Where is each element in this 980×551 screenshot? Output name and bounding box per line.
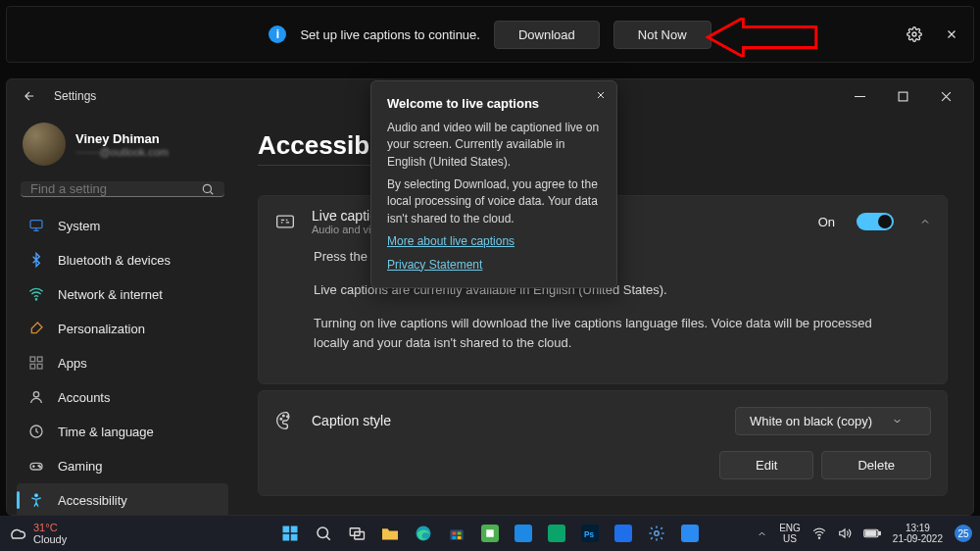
- chevron-up-icon[interactable]: [919, 216, 931, 227]
- volume-tray-icon[interactable]: [838, 526, 852, 540]
- svg-point-13: [39, 467, 40, 468]
- caption-style-card: Caption style White on black (copy) Edit…: [258, 390, 948, 496]
- wifi-tray-icon[interactable]: [812, 526, 826, 540]
- gamepad-icon: [28, 458, 44, 474]
- app-icon-2[interactable]: [543, 520, 570, 547]
- more-about-link[interactable]: More about live captions: [387, 233, 601, 250]
- svg-rect-3: [30, 221, 42, 228]
- settings-gear-icon[interactable]: [903, 23, 926, 46]
- svg-rect-34: [514, 525, 532, 542]
- user-email: ········@outlook.com: [75, 146, 169, 158]
- start-button[interactable]: [276, 520, 304, 547]
- sidebar-item-gamepad[interactable]: Gaming: [17, 449, 228, 482]
- photoshop-icon[interactable]: Ps: [576, 520, 604, 547]
- svg-rect-21: [291, 526, 298, 533]
- sidebar-item-system[interactable]: System: [17, 209, 228, 242]
- not-now-button[interactable]: Not Now: [613, 21, 711, 49]
- app-icon-3[interactable]: [610, 520, 637, 547]
- live-captions-toggle[interactable]: [857, 213, 894, 230]
- taskbar-center: Ps: [276, 520, 704, 547]
- taskbar-search-icon[interactable]: [310, 520, 337, 547]
- palette-icon: [274, 410, 296, 431]
- task-view-icon[interactable]: [343, 520, 370, 547]
- svg-rect-20: [283, 526, 290, 533]
- window-title: Settings: [54, 89, 96, 103]
- sidebar-item-label: Gaming: [58, 459, 103, 474]
- svg-rect-35: [548, 525, 565, 542]
- svg-rect-38: [614, 525, 632, 542]
- sidebar-item-bluetooth[interactable]: Bluetooth & devices: [17, 243, 228, 276]
- caption-style-select[interactable]: White on black (copy): [735, 407, 931, 435]
- back-button[interactable]: [23, 89, 36, 103]
- chevron-down-icon: [892, 416, 903, 426]
- svg-rect-44: [865, 531, 876, 536]
- download-button[interactable]: Download: [494, 21, 600, 49]
- app-icon-1[interactable]: [510, 520, 537, 547]
- wifi-icon: [28, 286, 44, 302]
- sidebar-item-globe-clock[interactable]: Time & language: [17, 415, 228, 448]
- notification-badge[interactable]: 25: [955, 525, 972, 542]
- svg-rect-22: [283, 534, 290, 541]
- weather-widget[interactable]: 31°C Cloudy: [8, 522, 67, 545]
- svg-rect-6: [37, 357, 42, 362]
- svg-rect-23: [291, 534, 298, 541]
- sidebar-item-accessibility[interactable]: Accessibility: [17, 483, 228, 515]
- sidebar-item-label: Accessibility: [58, 493, 127, 508]
- delete-button[interactable]: Delete: [821, 451, 931, 479]
- captions-icon: [274, 211, 296, 232]
- taskbar-right: ENG US 13:19 21-09-2022 25: [757, 523, 972, 544]
- language-indicator[interactable]: ENG US: [779, 523, 801, 544]
- store-icon[interactable]: [443, 520, 470, 547]
- app-icon-4[interactable]: [676, 520, 704, 547]
- explorer-icon[interactable]: [376, 520, 404, 547]
- sidebar-item-brush[interactable]: Personalization: [17, 312, 228, 345]
- sidebar-item-wifi[interactable]: Network & internet: [17, 277, 228, 311]
- sidebar-item-label: Time & language: [58, 425, 154, 439]
- svg-point-41: [818, 537, 819, 538]
- battery-tray-icon[interactable]: [863, 527, 881, 539]
- svg-rect-40: [681, 525, 699, 542]
- edit-button[interactable]: Edit: [719, 451, 813, 479]
- window-maximize-button[interactable]: [881, 81, 924, 111]
- svg-point-18: [287, 416, 289, 418]
- svg-rect-1: [899, 92, 907, 101]
- caption-style-value: White on black (copy): [750, 414, 872, 428]
- svg-text:Ps: Ps: [584, 530, 595, 539]
- svg-point-14: [35, 494, 38, 497]
- window-close-button[interactable]: [924, 81, 967, 111]
- info-icon: i: [269, 25, 286, 43]
- sidebar-item-grid[interactable]: Apps: [17, 346, 228, 379]
- svg-rect-30: [458, 532, 462, 535]
- caption-style-title: Caption style: [312, 413, 719, 428]
- svg-rect-7: [30, 364, 35, 369]
- window-minimize-button[interactable]: [838, 81, 881, 111]
- welcome-tooltip: Welcome to live captions Audio and video…: [370, 80, 617, 288]
- privacy-statement-link[interactable]: Privacy Statement: [387, 257, 601, 274]
- globe-clock-icon: [28, 424, 44, 439]
- person-icon: [28, 389, 44, 405]
- search-input[interactable]: [30, 181, 197, 196]
- clock[interactable]: 13:19 21-09-2022: [893, 523, 943, 544]
- sidebar-item-label: Apps: [58, 356, 87, 371]
- settings-taskbar-icon[interactable]: [643, 520, 670, 547]
- sidebar: Viney Dhiman ········@outlook.com System…: [7, 113, 238, 515]
- sidebar-item-label: System: [58, 219, 100, 233]
- system-icon: [28, 218, 44, 233]
- taskbar: 31°C Cloudy Ps ENG US 13:19 21-09-2022 2…: [0, 516, 980, 551]
- cloud-icon: [8, 524, 27, 543]
- captions-close-icon[interactable]: [940, 23, 963, 46]
- user-account-row[interactable]: Viney Dhiman ········@outlook.com: [17, 119, 228, 177]
- sidebar-item-person[interactable]: Accounts: [17, 380, 228, 414]
- camtasia-icon[interactable]: [476, 520, 504, 547]
- tooltip-close-icon[interactable]: [595, 89, 607, 101]
- sidebar-item-label: Bluetooth & devices: [58, 253, 171, 268]
- weather-temp: 31°C: [33, 522, 67, 533]
- brush-icon: [28, 321, 44, 336]
- tray-chevron-icon[interactable]: [757, 528, 767, 539]
- svg-point-39: [655, 531, 660, 536]
- weather-cond: Cloudy: [33, 533, 67, 545]
- tooltip-paragraph-1: Audio and video will be captioned live o…: [387, 120, 601, 171]
- search-box[interactable]: [21, 181, 224, 197]
- edge-icon[interactable]: [410, 520, 437, 547]
- svg-rect-32: [458, 536, 462, 539]
